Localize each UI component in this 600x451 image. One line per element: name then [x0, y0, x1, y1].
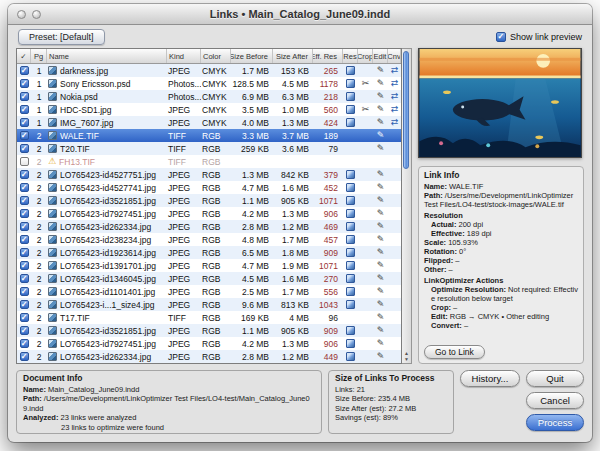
- resample-icon[interactable]: [346, 92, 355, 101]
- row-checkbox[interactable]: [20, 92, 29, 101]
- row-checkbox[interactable]: [20, 222, 29, 231]
- row-checkbox[interactable]: [20, 274, 29, 283]
- convert-icon[interactable]: ⇄: [391, 79, 399, 88]
- resample-icon[interactable]: [346, 79, 355, 88]
- row-checkbox[interactable]: [20, 209, 29, 218]
- row-checkbox[interactable]: [20, 235, 29, 244]
- edit-icon[interactable]: ✎: [377, 287, 385, 296]
- resample-icon[interactable]: [346, 105, 355, 114]
- resample-icon[interactable]: [346, 352, 355, 361]
- row-checkbox[interactable]: [20, 66, 29, 75]
- edit-icon[interactable]: ✎: [377, 170, 385, 179]
- row-checkbox[interactable]: [20, 144, 29, 153]
- minimize-button[interactable]: [32, 10, 41, 19]
- row-checkbox[interactable]: [20, 261, 29, 270]
- table-row[interactable]: 2LO765423-id1391701.jpgJPEGRGB4.7 MB1.9 …: [17, 259, 401, 272]
- edit-icon[interactable]: ✎: [377, 261, 385, 270]
- table-row[interactable]: 2LO765423-id4527751.jpgJPEGRGB1.3 MB842 …: [17, 168, 401, 181]
- column-header-name[interactable]: Name: [47, 49, 167, 63]
- edit-icon[interactable]: ✎: [377, 235, 385, 244]
- quit-button[interactable]: Quit: [526, 370, 584, 387]
- edit-icon[interactable]: ✎: [377, 196, 385, 205]
- table-row[interactable]: 2LO765423-id3521851.jpgJPEGRGB1.1 MB905 …: [17, 324, 401, 337]
- scrollbar-thumb[interactable]: [403, 51, 409, 169]
- table-row[interactable]: 2T17.TIFTIFFRGB169 KB4 MB96✎: [17, 311, 401, 324]
- edit-icon[interactable]: ✎: [377, 222, 385, 231]
- table-row[interactable]: 1Sony Ericsson.psdPhotos...CMYK128.5 MB4…: [17, 77, 401, 90]
- convert-icon[interactable]: ⇄: [391, 92, 399, 101]
- edit-icon[interactable]: ✎: [377, 326, 385, 335]
- edit-icon[interactable]: ✎: [377, 183, 385, 192]
- preset-button[interactable]: Preset: [Default]: [18, 29, 105, 45]
- column-header-cnv[interactable]: Cnv: [388, 49, 401, 63]
- table-row[interactable]: 2LO765423-i...1_size4.jpgJPEGRGB9.6 MB81…: [17, 298, 401, 311]
- resample-icon[interactable]: [346, 222, 355, 231]
- column-header-size-before[interactable]: Size Before: [231, 49, 273, 63]
- column-header-size-after[interactable]: Size After: [273, 49, 313, 63]
- row-checkbox[interactable]: [20, 248, 29, 257]
- row-checkbox[interactable]: [20, 157, 29, 166]
- column-header-res[interactable]: Res: [343, 49, 358, 63]
- row-checkbox[interactable]: [20, 118, 29, 127]
- row-checkbox[interactable]: [20, 287, 29, 296]
- title-bar[interactable]: Links • Main_Catalog_June09.indd: [8, 4, 592, 25]
- column-header-pg[interactable]: Pg: [31, 49, 47, 63]
- table-row[interactable]: 2LO765423-id7927451.jpgJPEGRGB4.2 MB1.3 …: [17, 207, 401, 220]
- edit-icon[interactable]: ✎: [377, 339, 385, 348]
- resample-icon[interactable]: [346, 339, 355, 348]
- edit-icon[interactable]: ✎: [377, 144, 385, 153]
- resample-icon[interactable]: [346, 274, 355, 283]
- table-row[interactable]: 1HDC-SD1.jpgJPEGCMYK3.5 MB1.0 MB560✂✎⇄: [17, 103, 401, 116]
- table-row[interactable]: 2LO765423-id238234.jpgJPEGRGB4.8 MB1.7 M…: [17, 233, 401, 246]
- column-header-eff-res[interactable]: Eff. Res: [313, 49, 343, 63]
- crop-icon[interactable]: ✂: [362, 79, 370, 88]
- resample-icon[interactable]: [346, 183, 355, 192]
- table-row[interactable]: 2T20.TIFTIFFRGB259 KB3.6 MB79✎: [17, 142, 401, 155]
- table-row[interactable]: 1darkness.jpgJPEGCMYK1.7 MB153 KB265✎⇄: [17, 64, 401, 77]
- convert-icon[interactable]: ⇄: [391, 118, 399, 127]
- edit-icon[interactable]: ✎: [377, 131, 385, 140]
- process-button[interactable]: Process: [526, 414, 584, 431]
- table-row[interactable]: 2LO765423-id262334.jpgJPEGRGB2.8 MB1.2 M…: [17, 220, 401, 233]
- row-checkbox[interactable]: [20, 170, 29, 179]
- scrollbar-arrows-icon[interactable]: ▲▼: [402, 350, 411, 362]
- table-row[interactable]: 2LO765423-id262334.jpgJPEGRGB2.8 MB1.2 M…: [17, 350, 401, 363]
- table-row[interactable]: 2LO765423-id1346045.jpgJPEGRGB4.5 MB1.6 …: [17, 272, 401, 285]
- column-header-check[interactable]: ✓: [17, 49, 31, 63]
- row-checkbox[interactable]: [20, 313, 29, 322]
- resample-icon[interactable]: [346, 66, 355, 75]
- resample-icon[interactable]: [346, 118, 355, 127]
- resample-icon[interactable]: [346, 326, 355, 335]
- table-row[interactable]: 2⚠FH13.TIFTIFFRGB: [17, 155, 401, 168]
- table-row[interactable]: 2LO765423-id3521851.jpgJPEGRGB1.1 MB905 …: [17, 194, 401, 207]
- table-row[interactable]: 2LO765423-id7927451.jpgJPEGRGB4.2 MB1.3 …: [17, 337, 401, 350]
- cancel-button[interactable]: Cancel: [526, 392, 584, 409]
- row-checkbox[interactable]: [20, 79, 29, 88]
- column-header-edit[interactable]: Edit: [373, 49, 388, 63]
- edit-icon[interactable]: ✎: [377, 79, 385, 88]
- edit-icon[interactable]: ✎: [377, 274, 385, 283]
- resample-icon[interactable]: [346, 170, 355, 179]
- row-checkbox[interactable]: [20, 352, 29, 361]
- table-row[interactable]: 1IMG_7607.jpgJPEGCMYK4.0 MB1.3 MB424✎⇄: [17, 116, 401, 129]
- close-button[interactable]: [17, 10, 26, 19]
- convert-icon[interactable]: ⇄: [391, 105, 399, 114]
- resample-icon[interactable]: [346, 235, 355, 244]
- table-row[interactable]: 2LO765423-id4527741.jpgJPEGRGB4.7 MB1.6 …: [17, 181, 401, 194]
- row-checkbox[interactable]: [20, 183, 29, 192]
- edit-icon[interactable]: ✎: [377, 313, 385, 322]
- row-checkbox[interactable]: [20, 339, 29, 348]
- row-checkbox[interactable]: [20, 105, 29, 114]
- edit-icon[interactable]: ✎: [377, 118, 385, 127]
- edit-icon[interactable]: ✎: [377, 352, 385, 361]
- table-row[interactable]: 1Nokia.psdPhotos...CMYK6.9 MB6.3 MB218✎⇄: [17, 90, 401, 103]
- column-header-kind[interactable]: Kind: [167, 49, 201, 63]
- vertical-scrollbar[interactable]: ▲▼: [402, 48, 412, 364]
- row-checkbox[interactable]: [20, 131, 29, 140]
- table-row[interactable]: 2LO765423-id1923614.jpgJPEGRGB6.5 MB1.8 …: [17, 246, 401, 259]
- convert-icon[interactable]: ⇄: [391, 66, 399, 75]
- edit-icon[interactable]: ✎: [377, 300, 385, 309]
- show-link-preview-checkbox[interactable]: Show link preview: [496, 32, 582, 42]
- edit-icon[interactable]: ✎: [377, 66, 385, 75]
- edit-icon[interactable]: ✎: [377, 92, 385, 101]
